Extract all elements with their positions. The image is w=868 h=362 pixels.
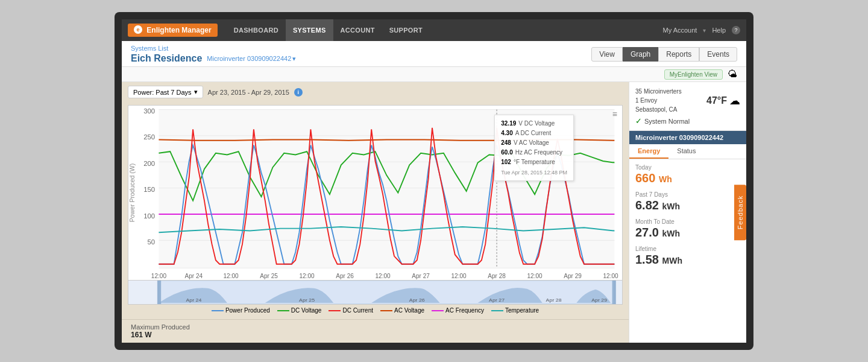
dropdown-arrow-icon: ▾ <box>194 88 198 96</box>
dc-voltage-unit: V DC Voltage <box>518 119 555 129</box>
cloud-icon: ☁ <box>729 94 740 107</box>
energy-today: Today 660 Wh <box>635 164 740 185</box>
app-logo[interactable]: e Enlighten Manager <box>128 24 218 37</box>
power-period-label: Power: Past 7 Days <box>133 89 192 96</box>
svg-text:12:00: 12:00 <box>451 273 467 279</box>
energy-stats-panel: Today 660 Wh Past 7 Days 6.82 kWh <box>629 159 746 343</box>
svg-text:250: 250 <box>143 133 155 141</box>
tab-graph[interactable]: Graph <box>623 47 658 62</box>
svg-text:200: 200 <box>143 160 155 167</box>
microinverter-label: Microinverter 030909022442 <box>207 55 291 62</box>
microinverter-count: 35 Microinverters <box>635 87 682 96</box>
legend-power-line <box>212 310 224 311</box>
legend-dc-voltage: DC Voltage <box>277 307 322 314</box>
tab-events[interactable]: Events <box>699 47 737 62</box>
legend-temp-line <box>491 310 503 311</box>
svg-text:Apr 29: Apr 29 <box>564 273 582 279</box>
systems-list-link[interactable]: Systems List <box>131 45 296 52</box>
main-layout: Power: Past 7 Days ▾ Apr 23, 2015 - Apr … <box>122 82 746 343</box>
residence-row: Eich Residence Microinverter 03090902244… <box>131 53 296 64</box>
chart-menu-icon[interactable]: ≡ <box>612 109 617 119</box>
legend-dc-current-line <box>329 310 341 311</box>
legend-ac-freq: AC Frequency <box>432 307 484 314</box>
legend-ac-freq-label: AC Frequency <box>445 307 484 314</box>
microinverter-selector[interactable]: Microinverter 030909022442 ▾ <box>207 55 296 63</box>
svg-text:Apr 27: Apr 27 <box>412 273 430 279</box>
svg-text:50: 50 <box>147 238 155 246</box>
weather-row: 35 Microinverters 1 Envoy Sebastopol, CA… <box>635 87 740 114</box>
energy-lifetime: Lifetime 1.58 MWh <box>635 246 740 267</box>
ac-freq-value: 60.0 <box>501 148 512 157</box>
legend-dc-current-label: DC Current <box>342 307 373 314</box>
legend-ac-voltage: AC Voltage <box>380 307 424 314</box>
svg-text:12:00: 12:00 <box>224 273 239 279</box>
past7-value: 6.82 kWh <box>635 198 740 212</box>
info-icon[interactable]: i <box>294 88 303 97</box>
svg-text:Apr 24: Apr 24 <box>185 273 203 279</box>
system-status: ✓ System Normal <box>635 116 740 125</box>
max-produced-value: 161 W <box>131 331 620 339</box>
today-value: 660 Wh <box>635 171 740 185</box>
legend-dc-voltage-line <box>277 310 289 311</box>
mini-chart[interactable]: Apr 24 Apr 25 Apr 26 Apr 27 Apr 28 Apr 2… <box>128 281 623 305</box>
svg-text:12:00: 12:00 <box>527 273 542 279</box>
legend-ac-voltage-label: AC Voltage <box>394 307 424 314</box>
temperature-unit: °F Temperature <box>514 157 555 167</box>
tab-view[interactable]: View <box>591 47 623 62</box>
energy-past7: Past 7 Days 6.82 kWh <box>635 191 740 212</box>
svg-text:12:00: 12:00 <box>603 273 618 279</box>
envoy-count: 1 Envoy <box>635 96 682 105</box>
svg-text:Apr 28: Apr 28 <box>488 273 506 279</box>
weather-panel: 35 Microinverters 1 Envoy Sebastopol, CA… <box>629 82 746 131</box>
dropdown-chevron-icon: ▾ <box>292 55 296 63</box>
svg-text:150: 150 <box>143 186 155 193</box>
weather-info: 35 Microinverters 1 Envoy Sebastopol, CA <box>635 87 682 114</box>
tab-energy[interactable]: Energy <box>629 144 668 159</box>
dropdown-arrow-icon: ▾ <box>703 27 706 34</box>
myenlighten-button[interactable]: MyEnlighten View <box>664 69 723 80</box>
today-label: Today <box>635 164 740 171</box>
max-produced-label: Maximum Produced <box>131 323 620 331</box>
svg-rect-38 <box>157 281 161 304</box>
main-content: Systems List Eich Residence Microinverte… <box>122 41 746 343</box>
nav-support[interactable]: Support <box>382 19 430 41</box>
ac-freq-unit: Hz AC Frequency <box>515 148 562 157</box>
feedback-button[interactable]: Feedback <box>734 185 746 240</box>
legend-dc-voltage-label: DC Voltage <box>291 307 322 314</box>
tooltip-datetime: Tue Apr 28, 2015 12:48 PM <box>501 168 567 177</box>
legend-ac-freq-line <box>432 310 444 311</box>
my-account-link[interactable]: My Account <box>663 27 697 34</box>
sidebar-tabs: Energy Status <box>629 144 746 159</box>
chart-wrapper: ≡ <box>122 102 629 319</box>
main-chart[interactable]: ≡ <box>128 105 623 281</box>
legend-power-label: Power Produced <box>225 307 270 314</box>
nav-right-area: My Account ▾ Help ? <box>663 26 740 34</box>
temperature-display: 47°F <box>706 95 727 106</box>
check-icon: ✓ <box>635 116 642 125</box>
bottom-stats: Maximum Produced 161 W <box>122 319 629 343</box>
page-header: Systems List Eich Residence Microinverte… <box>122 41 746 67</box>
chart-controls: Power: Past 7 Days ▾ Apr 23, 2015 - Apr … <box>122 82 629 102</box>
nav-account[interactable]: Account <box>333 19 382 41</box>
legend-temperature: Temperature <box>491 307 539 314</box>
legend-ac-voltage-line <box>380 310 392 311</box>
help-icon[interactable]: ? <box>732 26 740 34</box>
chart-tooltip: 32.19 V DC Voltage 4.30 A DC Current 248… <box>494 115 574 181</box>
chart-area: Power: Past 7 Days ▾ Apr 23, 2015 - Apr … <box>122 82 629 343</box>
right-sidebar: 35 Microinverters 1 Envoy Sebastopol, CA… <box>629 82 746 343</box>
tab-reports[interactable]: Reports <box>658 47 699 62</box>
nav-systems[interactable]: Systems <box>286 19 333 41</box>
nav-dashboard[interactable]: Dashboard <box>227 19 286 41</box>
top-navigation: e Enlighten Manager Dashboard Systems Ac… <box>122 19 746 41</box>
logo-icon: e <box>134 25 142 34</box>
ac-voltage-value: 248 <box>501 138 511 148</box>
dc-voltage-value: 32.19 <box>501 119 516 129</box>
nav-links: Dashboard Systems Account Support <box>227 19 663 41</box>
svg-text:300: 300 <box>143 107 155 115</box>
svg-text:Apr 25: Apr 25 <box>260 273 278 279</box>
month-value: 27.0 kWh <box>635 225 740 240</box>
tab-status[interactable]: Status <box>668 144 704 159</box>
help-link[interactable]: Help <box>712 27 726 34</box>
power-period-select[interactable]: Power: Past 7 Days ▾ <box>128 86 203 98</box>
microinverter-panel-header: Microinverter 030909022442 <box>629 131 746 144</box>
